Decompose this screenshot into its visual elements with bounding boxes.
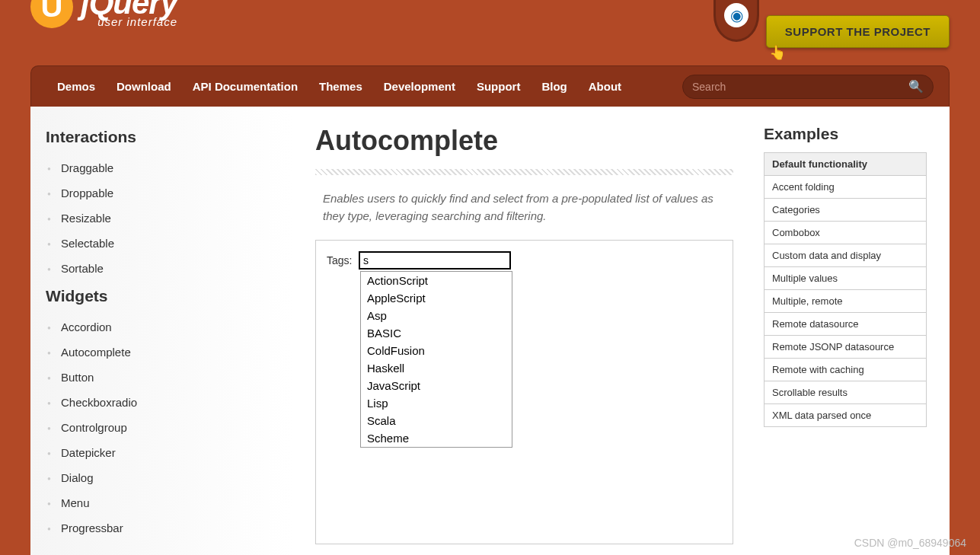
logo[interactable]: U jQuery user interface: [30, 0, 177, 28]
example-item[interactable]: XML data parsed once: [764, 404, 927, 427]
examples-panel: Examples Default functionalityAccent fol…: [764, 125, 927, 544]
nav-item-demos[interactable]: Demos: [46, 80, 106, 93]
sidebar-item-button[interactable]: Button: [30, 365, 292, 390]
dropdown-item[interactable]: ActionScript: [361, 272, 512, 289]
example-item[interactable]: Multiple, remote: [764, 290, 927, 313]
dropdown-item[interactable]: Haskell: [361, 359, 512, 377]
dropdown-item[interactable]: BASIC: [361, 324, 512, 342]
search-icon[interactable]: 🔍: [908, 79, 924, 94]
support-project-button[interactable]: SUPPORT THE PROJECT: [766, 15, 950, 48]
sidebar-item-controlgroup[interactable]: Controlgroup: [30, 415, 292, 440]
sidebar-item-draggable[interactable]: Draggable: [30, 155, 292, 180]
cursor-icon: 👆: [769, 44, 786, 61]
dropdown-item[interactable]: Asp: [361, 307, 512, 324]
nav-item-download[interactable]: Download: [106, 80, 182, 93]
sidebar-heading-interactions: Interactions: [30, 122, 292, 155]
page-description: Enables users to quickly find and select…: [315, 190, 733, 225]
sidebar-item-selectable[interactable]: Selectable: [30, 231, 292, 256]
sidebar-item-autocomplete[interactable]: Autocomplete: [30, 340, 292, 365]
dropdown-item[interactable]: JavaScript: [361, 377, 512, 394]
search-input[interactable]: [692, 81, 908, 93]
sidebar-item-droppable[interactable]: Droppable: [30, 180, 292, 206]
dropdown-item[interactable]: Lisp: [361, 394, 512, 412]
tags-input[interactable]: [359, 251, 511, 270]
foundation-shield-icon[interactable]: ◉: [713, 0, 759, 42]
example-item[interactable]: Remote datasource: [764, 313, 927, 336]
dropdown-item[interactable]: AppleScript: [361, 289, 512, 307]
nav-item-themes[interactable]: Themes: [308, 80, 373, 93]
example-item[interactable]: Default functionality: [764, 153, 927, 176]
dropdown-item[interactable]: Scala: [361, 412, 512, 429]
example-item[interactable]: Combobox: [764, 222, 927, 244]
sidebar: InteractionsDraggableDroppableResizableS…: [30, 107, 292, 555]
nav-item-api-documentation[interactable]: API Documentation: [182, 80, 308, 93]
example-item[interactable]: Multiple values: [764, 267, 927, 290]
sidebar-item-dialog[interactable]: Dialog: [30, 465, 292, 490]
example-item[interactable]: Remote with caching: [764, 359, 927, 381]
example-item[interactable]: Remote JSONP datasource: [764, 336, 927, 359]
example-item[interactable]: Scrollable results: [764, 381, 927, 404]
dropdown-item[interactable]: Scheme: [361, 429, 512, 447]
nav-item-support[interactable]: Support: [466, 80, 531, 93]
tags-label: Tags:: [327, 254, 352, 266]
example-item[interactable]: Accent folding: [764, 176, 927, 199]
logo-text: jQuery user interface: [81, 0, 177, 28]
dropdown-item[interactable]: ColdFusion: [361, 342, 512, 359]
divider: [315, 169, 733, 175]
nav-item-development[interactable]: Development: [373, 80, 466, 93]
demo-box: Tags: ActionScriptAppleScriptAspBASICCol…: [315, 240, 733, 544]
jquery-logo-icon: U: [30, 0, 73, 28]
sidebar-heading-widgets: Widgets: [30, 281, 292, 314]
nav-item-about[interactable]: About: [578, 80, 632, 93]
example-item[interactable]: Custom data and display: [764, 244, 927, 267]
watermark: CSDN @m0_68949064: [854, 537, 966, 549]
example-item[interactable]: Categories: [764, 199, 927, 222]
sidebar-item-resizable[interactable]: Resizable: [30, 206, 292, 231]
sidebar-item-sortable[interactable]: Sortable: [30, 256, 292, 281]
sidebar-item-progressbar[interactable]: Progressbar: [30, 515, 292, 541]
sidebar-item-menu[interactable]: Menu: [30, 490, 292, 515]
examples-title: Examples: [764, 125, 927, 143]
page-title: Autocomplete: [315, 125, 733, 157]
autocomplete-dropdown: ActionScriptAppleScriptAspBASICColdFusio…: [360, 271, 512, 448]
sidebar-item-checkboxradio[interactable]: Checkboxradio: [30, 390, 292, 415]
search-box[interactable]: 🔍: [682, 75, 934, 99]
sidebar-item-datepicker[interactable]: Datepicker: [30, 440, 292, 465]
sidebar-item-accordion[interactable]: Accordion: [30, 314, 292, 340]
main-nav: DemosDownloadAPI DocumentationThemesDeve…: [30, 65, 950, 107]
nav-item-blog[interactable]: Blog: [531, 80, 577, 93]
